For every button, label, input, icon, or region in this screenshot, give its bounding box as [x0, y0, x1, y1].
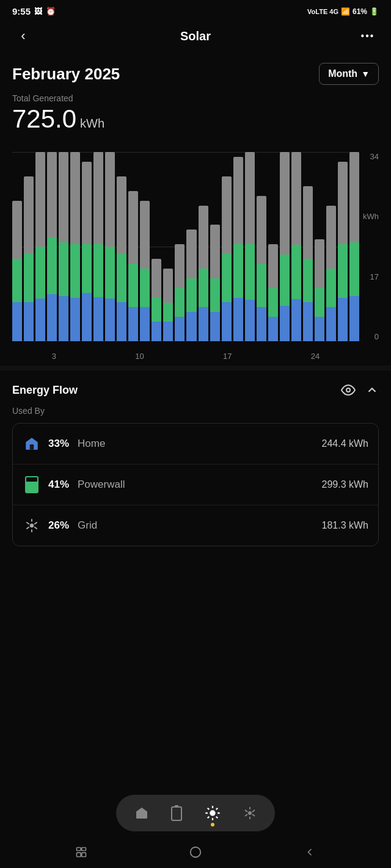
- bar-blue-16: [199, 307, 208, 341]
- bar-group-14: [175, 152, 185, 341]
- svg-rect-28: [82, 848, 86, 851]
- bar-green-6: [82, 244, 92, 292]
- bar-blue-1: [24, 302, 34, 341]
- nav-item-grid[interactable]: [235, 802, 265, 824]
- nav-powerwall-icon: [170, 805, 183, 822]
- y-label-0: 0: [375, 332, 379, 341]
- svg-point-11: [210, 810, 215, 816]
- chart-x-labels: 3 10 17 24: [12, 352, 359, 361]
- bar-green-24: [291, 245, 301, 300]
- bar-green-13: [163, 303, 173, 322]
- bar-gray-16: [199, 206, 208, 269]
- battery-icon: 🔋: [370, 7, 379, 16]
- bar-group-7: [93, 152, 103, 341]
- eye-button[interactable]: [341, 383, 356, 397]
- bar-gray-1: [24, 176, 34, 254]
- bar-green-4: [59, 242, 68, 296]
- svg-line-17: [216, 817, 217, 819]
- y-label-34: 34: [370, 152, 379, 161]
- grid-pct: 26%: [48, 519, 69, 532]
- bar-blue-18: [222, 302, 232, 341]
- energy-flow-header: Energy Flow: [12, 383, 379, 397]
- more-icon: •••: [361, 31, 375, 42]
- svg-line-4: [26, 523, 29, 524]
- bar-gray-23: [280, 152, 290, 255]
- bar-group-23: [280, 152, 290, 341]
- energy-item-home[interactable]: 33% Home 244.4 kWh: [13, 424, 378, 465]
- status-left: 9:55 🖼 ⏰: [12, 6, 56, 16]
- bar-green-25: [303, 259, 313, 302]
- nav-grid-icon: [243, 806, 257, 820]
- bar-gray-24: [291, 152, 301, 245]
- total-generated-section: Total Generated 725.0 kWh: [0, 89, 391, 146]
- energy-item-grid[interactable]: 26% Grid 181.3 kWh: [13, 505, 378, 546]
- bar-green-18: [222, 254, 232, 302]
- nav-item-solar[interactable]: [197, 801, 228, 825]
- bar-stack-4: [59, 152, 68, 341]
- bar-gray-25: [303, 186, 313, 259]
- android-back-button[interactable]: [304, 846, 316, 858]
- energy-item-left-home: 33% Home: [23, 435, 105, 453]
- bar-stack-18: [222, 176, 232, 341]
- svg-line-25: [245, 814, 247, 816]
- bar-green-11: [140, 269, 150, 308]
- bar-group-15: [186, 152, 196, 341]
- bar-green-3: [47, 237, 57, 294]
- bar-stack-1: [24, 176, 34, 341]
- bar-group-17: [210, 152, 220, 341]
- wifi-icon: 📶: [341, 7, 350, 16]
- bar-green-26: [315, 288, 324, 317]
- collapse-button[interactable]: [365, 383, 379, 397]
- energy-card: 33% Home 244.4 kWh 41% Powerwall 299.3 k…: [12, 423, 379, 546]
- bar-group-20: [245, 152, 255, 341]
- svg-line-16: [207, 808, 209, 810]
- bar-blue-25: [303, 302, 313, 341]
- bar-gray-29: [349, 152, 359, 242]
- nav-item-home[interactable]: [127, 802, 156, 824]
- bar-stack-24: [291, 152, 301, 341]
- energy-item-powerwall[interactable]: 41% Powerwall 299.3 kWh: [13, 465, 378, 505]
- svg-rect-1: [30, 444, 34, 450]
- status-time: 9:55: [12, 6, 31, 16]
- bar-group-1: [24, 152, 34, 341]
- total-value: 725.0 kWh: [12, 104, 379, 134]
- bar-gray-0: [12, 201, 22, 259]
- bar-group-10: [128, 152, 138, 341]
- bar-gray-9: [117, 176, 126, 254]
- bar-stack-19: [233, 157, 243, 341]
- bar-gray-22: [268, 244, 278, 288]
- bar-gray-4: [59, 152, 68, 242]
- bar-green-2: [35, 247, 45, 298]
- android-home-button[interactable]: [189, 845, 202, 859]
- nav-item-powerwall[interactable]: [163, 801, 190, 825]
- chart-bars-area: [12, 152, 359, 341]
- bar-gray-18: [222, 176, 232, 254]
- bar-gray-11: [140, 201, 150, 269]
- chart-y-labels: 34 kWh 17 0: [363, 152, 379, 341]
- bar-group-26: [315, 152, 324, 341]
- bar-gray-28: [338, 162, 348, 244]
- more-button[interactable]: •••: [357, 25, 379, 47]
- status-right: VoLTE 4G 📶 61% 🔋: [307, 7, 379, 16]
- period-selector[interactable]: Month ▼: [319, 63, 379, 85]
- bar-green-21: [257, 264, 266, 307]
- used-by-label: Used By: [12, 406, 379, 416]
- nav-home-icon: [134, 806, 149, 820]
- svg-rect-9: [172, 807, 181, 820]
- bar-green-27: [326, 269, 336, 308]
- bar-blue-14: [175, 317, 185, 341]
- home-icon: [23, 435, 41, 453]
- date-label: February 2025: [12, 65, 120, 84]
- x-label-3: 3: [52, 352, 56, 361]
- photo-icon: 🖼: [34, 7, 42, 16]
- bar-stack-9: [117, 176, 126, 341]
- back-button[interactable]: ‹: [12, 25, 34, 47]
- bottom-nav-wrapper: [116, 795, 275, 831]
- bar-group-11: [140, 152, 150, 341]
- bar-stack-2: [35, 152, 45, 341]
- bar-gray-19: [233, 157, 243, 244]
- android-recents-button[interactable]: [75, 846, 87, 858]
- bar-group-25: [303, 152, 313, 341]
- svg-rect-29: [77, 853, 81, 857]
- energy-flow-section: Energy Flow Used By: [0, 371, 391, 554]
